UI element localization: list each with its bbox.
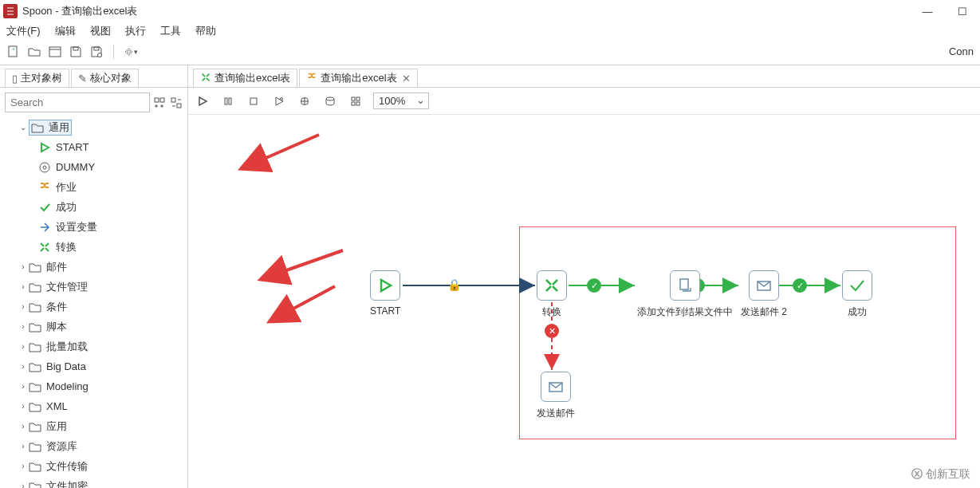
zoom-select[interactable]: 100% (373, 92, 429, 109)
job-icon (38, 181, 54, 194)
chevron-right-icon: › (18, 482, 29, 488)
menu-bar: 文件(F) 编辑 视图 执行 工具 帮助 (0, 22, 980, 41)
menu-tools[interactable]: 工具 (160, 24, 181, 38)
tree-folder-xml[interactable]: ›XML (3, 396, 187, 416)
hop-fail-icon[interactable] (545, 324, 559, 338)
preview-icon[interactable] (271, 93, 287, 109)
menu-file[interactable]: 文件(F) (6, 24, 41, 38)
tree-folder-application[interactable]: ›应用 (3, 416, 187, 436)
open-file-icon[interactable] (27, 45, 41, 59)
job-canvas[interactable]: 🔒 START 转换 添加文件到结果文件中 发送邮件 2 (188, 115, 980, 488)
tree-folder-filetransfer[interactable]: ›文件传输 (3, 456, 187, 476)
tree-item-success[interactable]: 成功 (3, 197, 187, 217)
svg-rect-6 (94, 47, 99, 50)
svg-rect-23 (356, 97, 360, 100)
menu-edit[interactable]: 编辑 (55, 24, 76, 38)
node-mail[interactable]: 发送邮件 (537, 372, 575, 420)
folder-icon (29, 461, 45, 472)
list-icon: ▯ (12, 73, 18, 85)
chevron-right-icon: › (18, 342, 29, 351)
folder-icon (29, 441, 45, 452)
svg-rect-5 (73, 47, 78, 50)
pencil-icon: ✎ (78, 73, 87, 85)
svg-point-15 (43, 166, 46, 169)
chevron-right-icon: › (18, 282, 29, 291)
chevron-right-icon: › (18, 382, 29, 391)
job-icon (306, 72, 317, 85)
collapse-all-icon[interactable] (170, 94, 183, 112)
tree-item-start[interactable]: START (3, 137, 187, 157)
maximize-button[interactable]: ☐ (954, 6, 970, 18)
tab-core-objects[interactable]: ✎ 核心对象 (71, 69, 139, 87)
svg-point-19 (281, 97, 283, 100)
watermark-logo-icon: ⓧ (911, 467, 923, 482)
folder-icon (29, 361, 45, 372)
tab-object-tree[interactable]: ▯ 主对象树 (5, 69, 69, 87)
menu-run[interactable]: 执行 (125, 24, 146, 38)
svg-rect-3 (49, 47, 61, 57)
hop-ok-icon[interactable] (793, 278, 807, 293)
tree-folder-condition[interactable]: ›条件 (3, 297, 187, 317)
svg-rect-22 (352, 97, 355, 100)
dummy-icon (38, 161, 54, 174)
svg-rect-25 (356, 102, 360, 105)
connect-label[interactable]: Conn (949, 45, 974, 57)
editor-tab-1[interactable]: 查询输出excel表 (193, 69, 297, 87)
stop-icon[interactable] (246, 93, 262, 109)
editor-tab-2[interactable]: 查询输出excel表 ✕ (299, 69, 417, 87)
tree-folder-fileencrypt[interactable]: ›文件加密 (3, 476, 187, 488)
folder-icon (29, 481, 45, 489)
svg-point-7 (98, 53, 102, 57)
node-addfile[interactable]: 添加文件到结果文件中 (637, 270, 733, 319)
node-trans[interactable]: 转换 (537, 270, 567, 319)
layout-icon[interactable] (348, 93, 364, 109)
svg-rect-17 (229, 98, 231, 104)
perspective-icon[interactable]: ▾ (124, 45, 138, 59)
expand-all-icon[interactable] (153, 94, 167, 112)
search-input[interactable] (5, 92, 150, 112)
tree-folder-mail[interactable]: ›邮件 (3, 257, 187, 277)
chevron-right-icon: › (18, 302, 29, 311)
tree-item-job[interactable]: 作业 (3, 177, 187, 197)
window-title: Spoon - 查询输出excel表 (22, 4, 919, 18)
tree-folder-repo[interactable]: ›资源库 (3, 436, 187, 456)
tree-folder-general[interactable]: ⌄ 通用 (3, 117, 187, 137)
chevron-right-icon: › (18, 262, 29, 271)
tree-item-setvar[interactable]: 设置变量 (3, 217, 187, 237)
tree-item-trans[interactable]: 转换 (3, 237, 187, 257)
folder-icon (29, 321, 45, 333)
new-file-icon[interactable]: + (6, 45, 21, 59)
tree-folder-bigdata[interactable]: ›Big Data (3, 356, 187, 376)
pause-icon[interactable] (220, 93, 236, 109)
close-icon[interactable]: ✕ (402, 73, 411, 85)
svg-rect-9 (160, 98, 164, 102)
tree-folder-filemanage[interactable]: ›文件管理 (3, 277, 187, 297)
tree-folder-bulkload[interactable]: ›批量加载 (3, 336, 187, 356)
node-success[interactable]: 成功 (842, 270, 872, 319)
run-icon[interactable] (195, 93, 211, 109)
node-start[interactable]: START (370, 270, 400, 317)
tree-folder-modeling[interactable]: ›Modeling (3, 376, 187, 396)
save-icon[interactable] (69, 45, 83, 59)
tree-folder-script[interactable]: ›脚本 (3, 317, 187, 336)
tree-item-dummy[interactable]: DUMMY (3, 157, 187, 177)
svg-rect-8 (155, 98, 159, 102)
folder-icon (29, 421, 45, 432)
save-as-icon[interactable] (89, 45, 104, 59)
sql-icon[interactable] (297, 93, 313, 109)
chevron-down-icon: ⌄ (18, 123, 29, 132)
svg-rect-24 (352, 102, 355, 105)
menu-view[interactable]: 视图 (90, 24, 111, 38)
chevron-right-icon: › (18, 362, 29, 371)
explore-db-icon[interactable] (322, 93, 338, 109)
minimize-button[interactable]: — (919, 6, 935, 18)
explore-icon[interactable] (48, 45, 62, 59)
hop-ok-icon[interactable] (587, 278, 601, 293)
node-mail2[interactable]: 发送邮件 2 (741, 270, 787, 319)
object-tree: ⌄ 通用 START DUMMY 作业 成 (0, 117, 187, 488)
menu-help[interactable]: 帮助 (195, 24, 216, 38)
folder-icon (29, 281, 45, 293)
success-icon (38, 201, 54, 214)
svg-rect-18 (250, 98, 257, 104)
folder-icon (29, 381, 45, 392)
